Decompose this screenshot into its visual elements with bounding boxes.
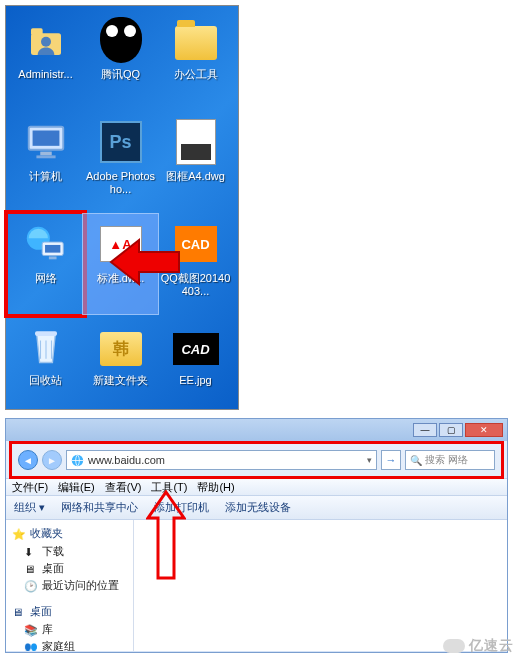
desktop-icon-administrator[interactable]: Administr...: [8, 10, 83, 110]
maximize-button[interactable]: ▢: [439, 423, 463, 437]
sidebar-item-homegroup[interactable]: 👥家庭组: [6, 638, 133, 651]
desktop-icon-standard-dwg[interactable]: ▲A 标准.dw...: [83, 214, 158, 314]
watermark: 亿速云: [443, 637, 514, 655]
svg-rect-10: [48, 256, 56, 259]
explorer-window: — ▢ ✕ ◄ ► www.baidu.com ▾ → 🔍 搜索 网络 文件(F…: [5, 418, 508, 653]
computer-icon: [22, 118, 70, 166]
explorer-body: ⭐ 收藏夹 ⬇下载 🖥桌面 🕑最近访问的位置 🖥 桌面 📚库 👥家庭组 👤Adm…: [6, 520, 507, 651]
toolbar-add-wireless[interactable]: 添加无线设备: [225, 500, 291, 515]
desktop-icon-ee-jpg[interactable]: CAD EE.jpg: [158, 316, 233, 416]
icon-label: Adobe Photosho...: [85, 170, 157, 195]
icon-label: Administr...: [18, 68, 72, 81]
photoshop-icon: Ps: [97, 118, 145, 166]
toolbar-organize[interactable]: 组织 ▾: [14, 500, 45, 515]
icon-label: 标准.dw...: [97, 272, 145, 285]
cad-thumb-icon: CAD: [172, 220, 220, 268]
svg-rect-6: [36, 155, 55, 158]
icon-label: 腾讯QQ: [101, 68, 140, 81]
folder-icon: [172, 16, 220, 64]
sidebar-item-desktop[interactable]: 🖥桌面: [6, 560, 133, 577]
go-button[interactable]: →: [381, 450, 401, 470]
star-icon: ⭐: [12, 528, 26, 540]
address-bar[interactable]: www.baidu.com ▾: [66, 450, 377, 470]
sidebar-item-libraries[interactable]: 📚库: [6, 621, 133, 638]
address-bar-row: ◄ ► www.baidu.com ▾ → 🔍 搜索 网络: [12, 444, 501, 476]
dropdown-icon[interactable]: ▾: [367, 455, 372, 465]
sidebar-item-downloads[interactable]: ⬇下载: [6, 543, 133, 560]
desktop-icon-grid: Administr... 腾讯QQ 办公工具 计算机 Ps Adobe Phot…: [6, 6, 238, 420]
content-pane[interactable]: [134, 520, 507, 651]
toolbar-add-printer[interactable]: 添加打印机: [154, 500, 209, 515]
nav-back-button[interactable]: ◄: [18, 450, 38, 470]
user-folder-icon: [22, 16, 70, 64]
watermark-logo-icon: [443, 639, 465, 653]
address-text: www.baidu.com: [88, 454, 165, 466]
sidebar: ⭐ 收藏夹 ⬇下载 🖥桌面 🕑最近访问的位置 🖥 桌面 📚库 👥家庭组 👤Adm…: [6, 520, 134, 651]
icon-label: QQ截图20140403...: [160, 272, 232, 297]
network-icon: [22, 220, 70, 268]
desktop-icon-computer[interactable]: 计算机: [8, 112, 83, 212]
svg-rect-4: [32, 131, 59, 146]
dwg-file-icon: [172, 118, 220, 166]
icon-label: 图框A4.dwg: [166, 170, 225, 183]
menu-view[interactable]: 查看(V): [105, 480, 142, 495]
titlebar: — ▢ ✕: [6, 419, 507, 441]
menu-help[interactable]: 帮助(H): [197, 480, 234, 495]
menu-edit[interactable]: 编辑(E): [58, 480, 95, 495]
toolbar: 组织 ▾ 网络和共享中心 添加打印机 添加无线设备: [6, 496, 507, 520]
sidebar-desktop-header[interactable]: 🖥 桌面: [6, 602, 133, 621]
library-icon: 📚: [24, 624, 38, 636]
menu-bar: 文件(F) 编辑(E) 查看(V) 工具(T) 帮助(H): [6, 478, 507, 496]
sidebar-favorites-header[interactable]: ⭐ 收藏夹: [6, 524, 133, 543]
desktop-icon-photoshop[interactable]: Ps Adobe Photosho...: [83, 112, 158, 212]
recent-icon: 🕑: [24, 580, 38, 592]
search-placeholder: 搜索 网络: [425, 453, 468, 467]
nav-forward-button[interactable]: ►: [42, 450, 62, 470]
search-icon: 🔍: [410, 455, 422, 466]
toolbar-network-center[interactable]: 网络和共享中心: [61, 500, 138, 515]
icon-label: 新建文件夹: [93, 374, 148, 387]
svg-point-2: [41, 37, 51, 47]
desktop-icon: 🖥: [24, 563, 38, 575]
desktop-icon-qq[interactable]: 腾讯QQ: [83, 10, 158, 110]
desktop-icon-qq-screenshot[interactable]: CAD QQ截图20140403...: [158, 214, 233, 314]
menu-file[interactable]: 文件(F): [12, 480, 48, 495]
folder-icon: 韩: [97, 322, 145, 370]
menu-tools[interactable]: 工具(T): [151, 480, 187, 495]
svg-rect-11: [35, 331, 57, 336]
icon-label: EE.jpg: [179, 374, 211, 387]
search-box[interactable]: 🔍 搜索 网络: [405, 450, 495, 470]
homegroup-icon: 👥: [24, 641, 38, 652]
recycle-bin-icon: [22, 322, 70, 370]
desktop-icon: 🖥: [12, 606, 26, 618]
icon-label: 回收站: [29, 374, 62, 387]
cad-image-icon: CAD: [172, 322, 220, 370]
minimize-button[interactable]: —: [413, 423, 437, 437]
svg-rect-1: [31, 28, 43, 35]
desktop-icon-office-tools[interactable]: 办公工具: [158, 10, 233, 110]
desktop-icon-recycle-bin[interactable]: 回收站: [8, 316, 83, 416]
desktop-icon-new-folder[interactable]: 韩 新建文件夹: [83, 316, 158, 416]
icon-label: 办公工具: [174, 68, 218, 81]
cad-thumb-icon: ▲A: [97, 220, 145, 268]
icon-label: 计算机: [29, 170, 62, 183]
desktop-icon-network[interactable]: 网络: [8, 214, 83, 314]
desktop: Administr... 腾讯QQ 办公工具 计算机 Ps Adobe Phot…: [5, 5, 239, 410]
svg-rect-9: [45, 245, 60, 253]
globe-icon: [71, 454, 84, 467]
qq-icon: [97, 16, 145, 64]
sidebar-item-recent[interactable]: 🕑最近访问的位置: [6, 577, 133, 594]
close-button[interactable]: ✕: [465, 423, 503, 437]
desktop-icon-dwg-a4[interactable]: 图框A4.dwg: [158, 112, 233, 212]
svg-rect-5: [40, 152, 52, 156]
download-icon: ⬇: [24, 546, 38, 558]
icon-label: 网络: [35, 272, 57, 285]
